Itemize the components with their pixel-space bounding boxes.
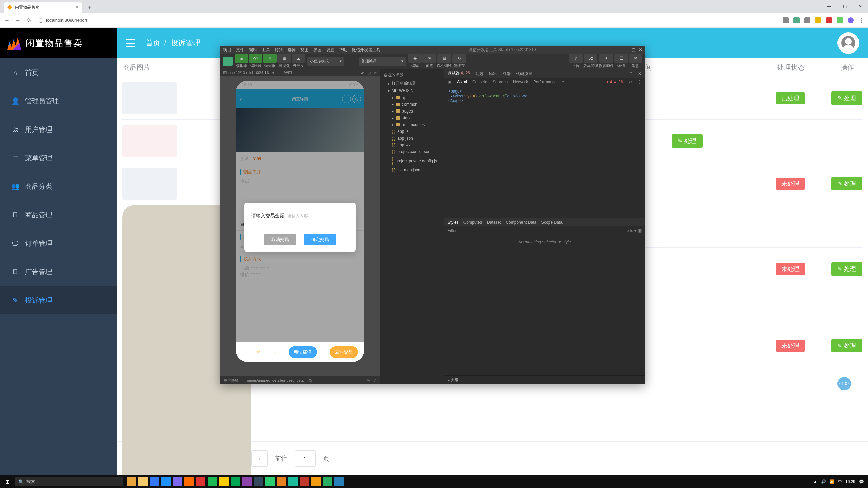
kebab-icon[interactable]: ⋮ (637, 80, 642, 84)
subtab-wxml[interactable]: Wxml (457, 80, 467, 84)
taskbar-app-icon[interactable] (150, 477, 159, 486)
sim-tool-icon[interactable]: ▢ (367, 70, 371, 75)
menu-item[interactable]: 视图 (300, 47, 309, 53)
eye-icon[interactable]: 👁 (366, 378, 370, 382)
taskbar-app-icon[interactable] (242, 477, 252, 486)
window-maximize[interactable]: ▢ (837, 0, 852, 13)
browser-tab[interactable]: 闲置物品售卖 ✕ (4, 2, 82, 13)
outline-header[interactable]: ▸ 大纲 (444, 375, 645, 384)
taskbar-app-icon[interactable] (208, 477, 217, 486)
floating-timer-badge[interactable]: 01:07 (837, 377, 851, 390)
handle-button[interactable]: ✎处理 (831, 339, 862, 352)
sidebar-item-ads[interactable]: 🗓广告管理 (0, 258, 117, 286)
copy-icon[interactable]: ⧉ (309, 378, 312, 383)
remote-debug-btn[interactable]: ▦ (437, 54, 451, 63)
nav-forward-icon[interactable]: → (15, 17, 21, 23)
project-root[interactable]: ▾ MP-WEIXIN (380, 87, 444, 94)
tab-close-icon[interactable]: ✕ (75, 5, 79, 10)
ext-icon[interactable] (826, 17, 832, 23)
sidebar-item-goods[interactable]: 🗒商品管理 (0, 201, 117, 229)
ext-icon[interactable] (837, 17, 843, 23)
tree-file[interactable]: { }app.json (380, 135, 444, 142)
handle-button[interactable]: ✎处理 (831, 92, 862, 105)
sidebar-toggle-icon[interactable] (126, 39, 135, 47)
dialog-ok-button[interactable]: 确定交易 (304, 234, 336, 245)
mode-select[interactable]: 小程序模式▾ (307, 57, 344, 66)
styletab-dataset[interactable]: Dataset (487, 220, 501, 225)
wxml-tree[interactable]: <page> ▸<view style="overflow-y:auto;">…… (444, 86, 645, 218)
ext-icon[interactable] (804, 17, 810, 23)
upload-btn[interactable]: ⇧ (569, 54, 583, 63)
tree-folder[interactable]: ▸ uni_modules (380, 121, 444, 128)
taskbar-app-icon[interactable] (277, 477, 286, 486)
collapse-icon[interactable]: ⌃ (629, 71, 633, 76)
menu-item[interactable]: 设置 (326, 47, 334, 53)
ext-icon[interactable] (783, 17, 789, 23)
win-close-icon[interactable]: ✕ (639, 47, 642, 52)
clear-cache-btn[interactable]: ⟲ (452, 54, 466, 63)
taskbar-app-icon[interactable] (127, 477, 136, 486)
details-btn[interactable]: ☰ (614, 54, 628, 63)
sim-page-path[interactable]: pages/unused_detail/unused_detail (247, 378, 305, 382)
edu-btn[interactable]: ✦ (599, 54, 613, 63)
messages-btn[interactable]: ✉ (629, 54, 642, 63)
compile-select[interactable]: 普通编译▾ (359, 57, 406, 66)
handle-button[interactable]: ✎处理 (831, 177, 862, 190)
taskbar-app-icon[interactable] (219, 477, 229, 486)
tray-icon[interactable]: ▲ (813, 479, 817, 484)
taskbar-app-icon[interactable] (138, 477, 148, 486)
sim-tool-icon[interactable]: ⟳ (361, 70, 364, 75)
issue-badges[interactable]: ● 4 ▲ 26 (606, 80, 623, 84)
win-min-icon[interactable]: — (624, 47, 628, 52)
user-avatar[interactable] (837, 32, 859, 54)
dialog-input[interactable]: 请输入内容 (288, 214, 308, 218)
menu-item[interactable]: 微信开发者工具 (352, 47, 380, 53)
more-icon[interactable]: ⋯ (436, 73, 440, 78)
tray-icon[interactable]: 🔊 (821, 479, 826, 484)
address-bar[interactable]: localhost:8080/report (39, 18, 87, 23)
styletab-compdata[interactable]: Component Data (506, 220, 536, 225)
subtab-sources[interactable]: Sources (493, 80, 508, 84)
visual-toggle[interactable]: ▦ (277, 54, 291, 63)
more-tabs-icon[interactable]: » (562, 80, 565, 84)
menu-item[interactable]: 界面 (313, 47, 321, 53)
win-max-icon[interactable]: ▢ (632, 47, 635, 52)
tray-clock[interactable]: 16:29 (845, 479, 855, 484)
taskbar-search[interactable]: 🔍 搜索 (15, 477, 123, 486)
subtab-network[interactable]: Network (513, 80, 528, 84)
style-filter-input[interactable]: Filter (448, 228, 457, 233)
menu-item[interactable]: 转到 (275, 47, 283, 53)
tree-file[interactable]: { }app.js (380, 128, 444, 135)
tabbar-fav-icon[interactable]: ☆ (257, 350, 260, 354)
gear-icon[interactable]: ⚙ (628, 80, 632, 84)
styletab-computed[interactable]: Computed (463, 220, 482, 225)
tabbar-user-icon[interactable]: ◌ (273, 350, 276, 354)
tab-terminal[interactable]: 终端 (502, 71, 511, 77)
tray-icon[interactable]: 📶 (829, 479, 834, 484)
window-minimize[interactable]: — (821, 0, 837, 13)
tab-problems[interactable]: 问题 (475, 71, 484, 77)
taskbar-app-icon[interactable] (196, 477, 205, 486)
tree-folder[interactable]: ▸ pages (380, 108, 444, 115)
cls-toggle[interactable]: .cls (627, 228, 633, 233)
tree-folder[interactable]: ▸ common (380, 101, 444, 108)
chrome-menu-icon[interactable]: ⋮ (859, 17, 864, 23)
sidebar-item-category[interactable]: 👥商品分类 (0, 172, 117, 201)
expand-icon[interactable]: ⤢ (373, 378, 376, 383)
styletab-scope[interactable]: Scope Data (541, 220, 563, 225)
tab-output[interactable]: 输出 (489, 71, 497, 77)
add-rule-icon[interactable]: + (634, 228, 637, 233)
handle-button[interactable]: ✎处理 (831, 262, 862, 276)
preview-btn[interactable]: 👁 (422, 54, 436, 63)
call-button[interactable]: 电话咨询 (289, 346, 317, 358)
tab-debugger[interactable]: 调试器 4, 26 (448, 70, 470, 77)
sidebar-item-home[interactable]: ⌂首页 (0, 58, 117, 87)
tree-file[interactable]: { }project.private.config.js... (380, 155, 444, 167)
sidebar-item-admin[interactable]: 👤管理员管理 (0, 87, 117, 115)
tree-file[interactable]: { }sitemap.json (380, 167, 444, 174)
taskbar-app-icon[interactable] (288, 477, 298, 486)
menu-item[interactable]: 编辑 (249, 47, 257, 53)
taskbar-app-icon[interactable] (254, 477, 263, 486)
open-editors[interactable]: ▸ 打开的编辑器 (380, 80, 444, 87)
notifications-icon[interactable]: 💬 (859, 479, 864, 484)
